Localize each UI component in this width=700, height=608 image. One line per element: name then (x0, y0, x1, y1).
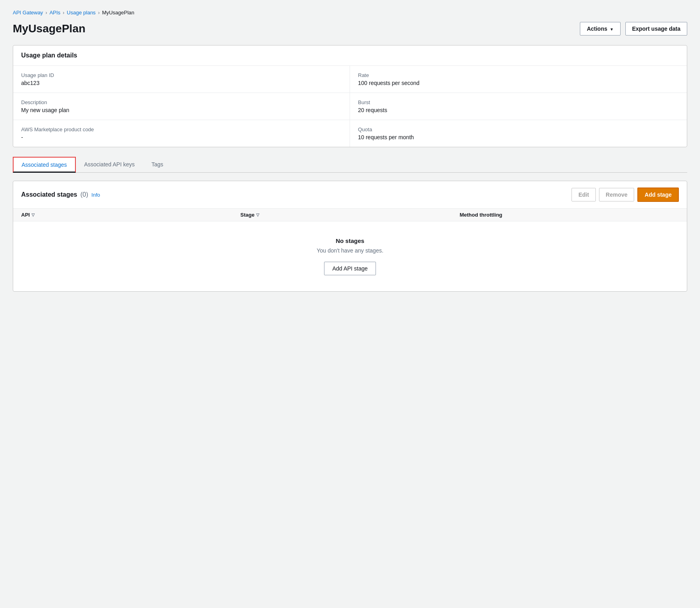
label-usage-plan-id: Usage plan ID (21, 72, 342, 78)
col-api-sort-icon[interactable]: ▽ (32, 213, 35, 217)
col-api-label: API (21, 212, 30, 218)
value-rate: 100 requests per second (358, 80, 679, 86)
page-header: MyUsagePlan Actions Export usage data (13, 22, 687, 36)
info-link[interactable]: Info (91, 192, 100, 198)
value-burst: 20 requests (358, 107, 679, 113)
export-label: Export usage data (632, 26, 680, 32)
export-usage-data-button[interactable]: Export usage data (625, 22, 687, 36)
breadcrumb-apis[interactable]: APIs (49, 10, 60, 16)
label-quota: Quota (358, 126, 679, 132)
add-api-stage-button[interactable]: Add API stage (324, 262, 376, 275)
breadcrumb-current: MyUsagePlan (102, 10, 134, 16)
label-burst: Burst (358, 99, 679, 105)
detail-marketplace-code: AWS Marketplace product code - (13, 120, 350, 147)
value-usage-plan-id: abc123 (21, 80, 342, 86)
associated-stages-header: Associated stages (0) Info Edit Remove A… (13, 181, 687, 209)
breadcrumb-usage-plans[interactable]: Usage plans (67, 10, 95, 16)
tab-tags[interactable]: Tags (143, 157, 172, 173)
actions-chevron-icon (610, 26, 614, 32)
label-marketplace-code: AWS Marketplace product code (21, 126, 342, 132)
empty-title: No stages (21, 237, 679, 244)
associated-stages-title: Associated stages (21, 191, 77, 198)
detail-description: Description My new usage plan (13, 93, 350, 120)
value-quota: 10 requests per month (358, 134, 679, 140)
edit-button[interactable]: Edit (571, 188, 595, 201)
tabs-bar: Associated stages Associated API keys Ta… (13, 157, 687, 173)
page-title: MyUsagePlan (13, 22, 85, 35)
col-method-throttling-label: Method throttling (460, 212, 502, 218)
associated-stages-card: Associated stages (0) Info Edit Remove A… (13, 181, 687, 292)
empty-description: You don't have any stages. (21, 247, 679, 254)
section-title-area: Associated stages (0) Info (21, 191, 100, 198)
label-rate: Rate (358, 72, 679, 78)
breadcrumb-sep-2: › (63, 10, 64, 16)
detail-quota: Quota 10 requests per month (350, 120, 687, 147)
usage-plan-details-card: Usage plan details Usage plan ID abc123 … (13, 45, 687, 147)
remove-button[interactable]: Remove (599, 188, 634, 201)
section-actions: Edit Remove Add stage (571, 188, 679, 202)
empty-state: No stages You don't have any stages. Add… (13, 221, 687, 291)
breadcrumb-sep-1: › (45, 10, 47, 16)
breadcrumb-api-gateway[interactable]: API Gateway (13, 10, 43, 16)
actions-label: Actions (587, 26, 607, 32)
label-description: Description (21, 99, 342, 105)
value-description: My new usage plan (21, 107, 342, 113)
value-marketplace-code: - (21, 134, 342, 140)
usage-plan-details-title: Usage plan details (21, 52, 679, 59)
stages-table: API ▽ Stage ▽ Method throttling No stage… (13, 209, 687, 291)
details-grid: Usage plan ID abc123 Rate 100 requests p… (13, 66, 687, 147)
detail-burst: Burst 20 requests (350, 93, 687, 120)
col-stage-label: Stage (240, 212, 254, 218)
usage-plan-details-header: Usage plan details (13, 45, 687, 66)
table-header: API ▽ Stage ▽ Method throttling (13, 209, 687, 221)
detail-rate: Rate 100 requests per second (350, 66, 687, 93)
breadcrumb: API Gateway › APIs › Usage plans › MyUsa… (13, 10, 687, 16)
tab-associated-stages[interactable]: Associated stages (13, 157, 76, 173)
col-api: API ▽ (21, 212, 240, 218)
col-stage-sort-icon[interactable]: ▽ (256, 213, 259, 217)
breadcrumb-sep-3: › (98, 10, 100, 16)
add-stage-button[interactable]: Add stage (637, 188, 679, 202)
actions-button[interactable]: Actions (580, 22, 620, 36)
associated-stages-count: (0) (81, 191, 89, 198)
tabs-container: Associated stages Associated API keys Ta… (13, 157, 687, 173)
col-stage: Stage ▽ (240, 212, 459, 218)
col-method-throttling: Method throttling (460, 212, 679, 218)
detail-usage-plan-id: Usage plan ID abc123 (13, 66, 350, 93)
header-actions: Actions Export usage data (580, 22, 687, 36)
tab-associated-api-keys[interactable]: Associated API keys (76, 157, 143, 173)
